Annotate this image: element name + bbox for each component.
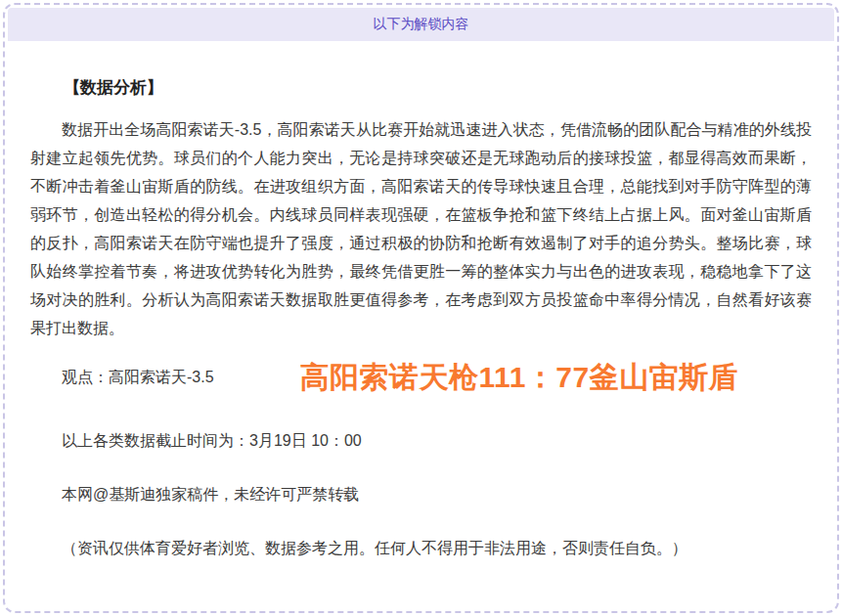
copyright-notice: 本网@基斯迪独家稿件，未经许可严禁转载 (30, 485, 812, 506)
unlock-banner: 以下为解锁内容 (8, 8, 834, 41)
page-viewport: 以下为解锁内容 【数据分析】 数据开出全场高阳索诺天-3.5，高阳索诺天从比赛开… (0, 0, 842, 616)
unlocked-content-panel: 以下为解锁内容 【数据分析】 数据开出全场高阳索诺天-3.5，高阳索诺天从比赛开… (3, 3, 839, 613)
data-deadline: 以上各类数据截止时间为：3月19日 10：00 (30, 431, 812, 452)
viewpoint-row: 观点：高阳索诺天-3.5 高阳索诺天枪111：77釜山宙斯盾 (30, 358, 812, 398)
disclaimer: （资讯仅供体育爱好者浏览、数据参考之用。任何人不得用于非法用途，否则责任自负。） (30, 539, 812, 559)
score-highlight: 高阳索诺天枪111：77釜山宙斯盾 (300, 358, 739, 398)
section-title: 【数据分析】 (30, 76, 812, 99)
article-content: 【数据分析】 数据开出全场高阳索诺天-3.5，高阳索诺天从比赛开始就迅速进入状态… (5, 41, 837, 559)
analysis-paragraph: 数据开出全场高阳索诺天-3.5，高阳索诺天从比赛开始就迅速进入状态，凭借流畅的团… (30, 115, 812, 342)
viewpoint-label: 观点：高阳索诺天-3.5 (30, 368, 214, 388)
